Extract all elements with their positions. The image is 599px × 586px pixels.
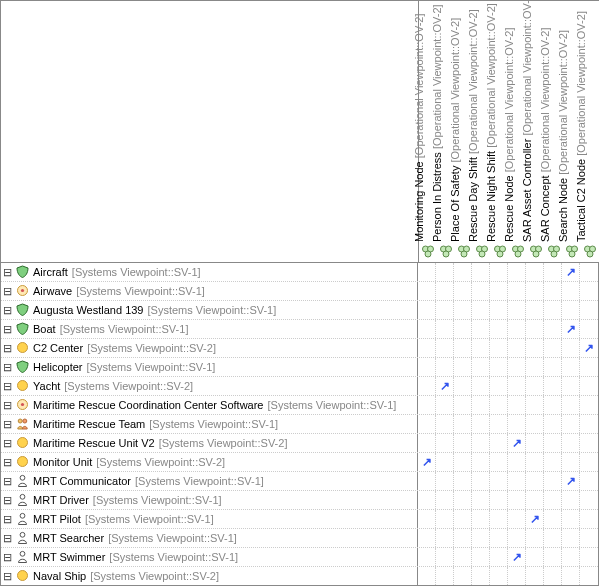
collapse-icon[interactable]: ⊟	[3, 266, 12, 279]
matrix-cell[interactable]	[454, 339, 472, 357]
table-row[interactable]: ⊟Yacht [Systems Viewpoint::SV-2]↗	[1, 377, 598, 396]
table-row[interactable]: ⊟MRT Swimmer [Systems Viewpoint::SV-1]↗	[1, 548, 598, 567]
matrix-cell[interactable]	[418, 415, 436, 433]
table-row[interactable]: ⊟Maritime Rescue Coordination Center Sof…	[1, 396, 598, 415]
matrix-cell[interactable]	[472, 434, 490, 452]
matrix-cell[interactable]	[526, 320, 544, 338]
collapse-icon[interactable]: ⊟	[3, 342, 12, 355]
matrix-cell[interactable]	[418, 320, 436, 338]
matrix-cell[interactable]	[436, 491, 454, 509]
matrix-cell[interactable]	[562, 339, 580, 357]
matrix-cell[interactable]	[454, 282, 472, 300]
row-header[interactable]: ⊟Monitor Unit [Systems Viewpoint::SV-2]	[1, 453, 418, 471]
matrix-cell[interactable]	[490, 415, 508, 433]
matrix-cell[interactable]	[580, 548, 598, 566]
matrix-cell[interactable]	[436, 263, 454, 281]
matrix-cell[interactable]	[526, 301, 544, 319]
matrix-cell[interactable]	[526, 282, 544, 300]
matrix-cell[interactable]	[508, 415, 526, 433]
matrix-cell[interactable]	[544, 396, 562, 414]
matrix-cell[interactable]	[580, 377, 598, 395]
matrix-cell[interactable]	[544, 339, 562, 357]
matrix-cell[interactable]	[472, 301, 490, 319]
matrix-cell[interactable]	[454, 567, 472, 585]
collapse-icon[interactable]: ⊟	[3, 494, 12, 507]
matrix-cell[interactable]	[526, 263, 544, 281]
row-header[interactable]: ⊟Augusta Westland 139 [Systems Viewpoint…	[1, 301, 418, 319]
matrix-cell[interactable]	[418, 567, 436, 585]
matrix-cell[interactable]	[544, 510, 562, 528]
matrix-cell[interactable]	[544, 567, 562, 585]
collapse-icon[interactable]: ⊟	[3, 361, 12, 374]
matrix-cell[interactable]	[472, 415, 490, 433]
matrix-cell[interactable]	[562, 548, 580, 566]
matrix-cell[interactable]	[418, 472, 436, 490]
matrix-cell[interactable]	[472, 472, 490, 490]
matrix-cell[interactable]	[544, 415, 562, 433]
matrix-cell[interactable]	[508, 510, 526, 528]
row-header[interactable]: ⊟C2 Center [Systems Viewpoint::SV-2]	[1, 339, 418, 357]
matrix-cell[interactable]	[562, 567, 580, 585]
column-header[interactable]: Tactical C2 Node [Operational Viewpoint:…	[581, 1, 599, 262]
collapse-icon[interactable]: ⊟	[3, 551, 12, 564]
collapse-icon[interactable]: ⊟	[3, 418, 12, 431]
matrix-cell[interactable]	[562, 377, 580, 395]
matrix-cell[interactable]	[544, 301, 562, 319]
matrix-cell[interactable]	[580, 567, 598, 585]
collapse-icon[interactable]: ⊟	[3, 475, 12, 488]
table-row[interactable]: ⊟Naval Ship [Systems Viewpoint::SV-2]	[1, 567, 598, 585]
matrix-cell[interactable]	[490, 434, 508, 452]
matrix-cell[interactable]	[544, 491, 562, 509]
matrix-cell[interactable]	[508, 567, 526, 585]
matrix-cell[interactable]	[562, 301, 580, 319]
matrix-cell[interactable]	[436, 453, 454, 471]
table-row[interactable]: ⊟MRT Pilot [Systems Viewpoint::SV-1]↗	[1, 510, 598, 529]
matrix-cell[interactable]	[454, 491, 472, 509]
matrix-cell[interactable]	[580, 301, 598, 319]
matrix-cell[interactable]	[526, 567, 544, 585]
table-row[interactable]: ⊟Augusta Westland 139 [Systems Viewpoint…	[1, 301, 598, 320]
matrix-cell[interactable]	[580, 263, 598, 281]
matrix-cell[interactable]	[562, 529, 580, 547]
matrix-cell[interactable]	[526, 377, 544, 395]
collapse-icon[interactable]: ⊟	[3, 456, 12, 469]
matrix-cell[interactable]	[562, 434, 580, 452]
matrix-cell[interactable]	[544, 377, 562, 395]
matrix-cell[interactable]	[562, 282, 580, 300]
table-row[interactable]: ⊟Maritime Rescue Team [Systems Viewpoint…	[1, 415, 598, 434]
matrix-cell[interactable]	[544, 282, 562, 300]
matrix-cell[interactable]	[454, 529, 472, 547]
row-header[interactable]: ⊟Maritime Rescue Team [Systems Viewpoint…	[1, 415, 418, 433]
matrix-cell[interactable]	[472, 510, 490, 528]
matrix-cell[interactable]	[436, 301, 454, 319]
matrix-cell[interactable]	[454, 510, 472, 528]
matrix-cell[interactable]	[490, 263, 508, 281]
matrix-cell[interactable]	[490, 320, 508, 338]
matrix-cell[interactable]	[472, 529, 490, 547]
matrix-cell[interactable]	[418, 282, 436, 300]
table-row[interactable]: ⊟MRT Driver [Systems Viewpoint::SV-1]	[1, 491, 598, 510]
row-header[interactable]: ⊟Naval Ship [Systems Viewpoint::SV-2]	[1, 567, 418, 585]
matrix-cell[interactable]	[490, 510, 508, 528]
matrix-cell[interactable]	[454, 301, 472, 319]
matrix-cell[interactable]	[544, 472, 562, 490]
table-row[interactable]: ⊟Helicopter [Systems Viewpoint::SV-1]	[1, 358, 598, 377]
matrix-cell[interactable]	[436, 339, 454, 357]
matrix-cell[interactable]	[472, 567, 490, 585]
matrix-cell[interactable]	[544, 320, 562, 338]
matrix-cell[interactable]	[454, 358, 472, 376]
matrix-cell[interactable]	[580, 320, 598, 338]
matrix-cell[interactable]	[508, 472, 526, 490]
matrix-cell[interactable]	[562, 358, 580, 376]
matrix-cell[interactable]	[436, 548, 454, 566]
matrix-cell[interactable]	[436, 510, 454, 528]
matrix-cell[interactable]: ↗	[580, 339, 598, 357]
matrix-cell[interactable]	[544, 453, 562, 471]
matrix-cell[interactable]	[544, 529, 562, 547]
matrix-cell[interactable]	[418, 396, 436, 414]
collapse-icon[interactable]: ⊟	[3, 399, 12, 412]
matrix-cell[interactable]	[436, 472, 454, 490]
matrix-cell[interactable]	[562, 415, 580, 433]
row-header[interactable]: ⊟Maritime Rescue Unit V2 [Systems Viewpo…	[1, 434, 418, 452]
matrix-cell[interactable]	[526, 434, 544, 452]
